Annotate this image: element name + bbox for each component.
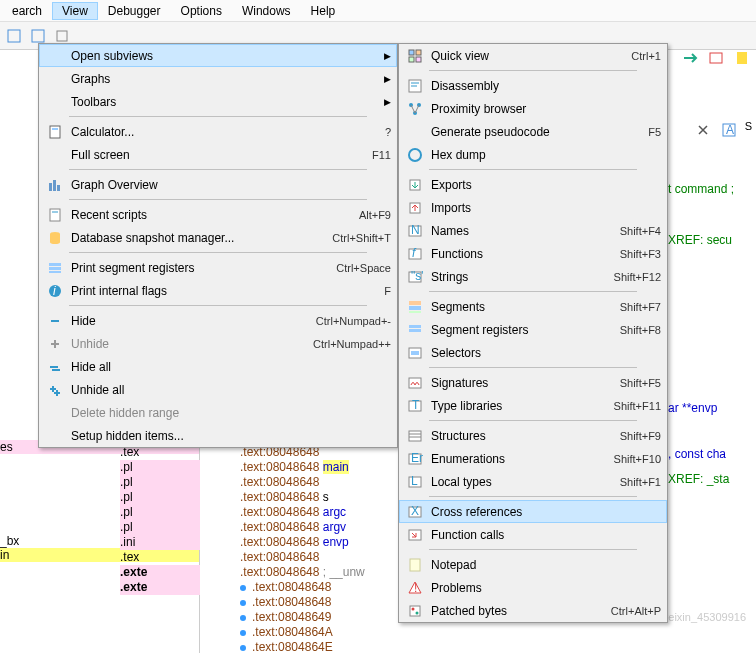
menu-item-names[interactable]: NNamesShift+F4 [399, 219, 667, 242]
sig-icon [405, 374, 425, 392]
svg-text:En: En [411, 451, 423, 465]
menu-item-type-libraries[interactable]: TType librariesShift+F11 [399, 394, 667, 417]
svg-rect-25 [54, 340, 56, 348]
menu-item-full-screen[interactable]: Full screenF11 [39, 143, 397, 166]
menu-item-unhide-all[interactable]: Unhide all [39, 378, 397, 401]
menu-item-label: Local types [431, 475, 610, 489]
menu-item-label: Full screen [71, 148, 362, 162]
menu-item-label: Quick view [431, 49, 621, 63]
svg-rect-3 [710, 53, 722, 63]
enum-icon: En [405, 450, 425, 468]
open-subviews-submenu: Quick viewCtrl+1DisassemblyProximity bro… [398, 43, 668, 623]
svg-rect-9 [52, 128, 58, 130]
menu-item-label: Selectors [431, 346, 661, 360]
svg-point-17 [50, 240, 60, 244]
menu-item-open-subviews[interactable]: Open subviews▶ [39, 44, 397, 67]
svg-rect-29 [52, 386, 54, 392]
menu-item-generate-pseudocode[interactable]: Generate pseudocodeF5 [399, 120, 667, 143]
menu-item-patched-bytes[interactable]: Patched bytesCtrl+Alt+P [399, 599, 667, 622]
menu-item-recent-scripts[interactable]: Recent scriptsAlt+F9 [39, 203, 397, 226]
svg-rect-0 [8, 30, 20, 42]
func-icon: f [405, 245, 425, 263]
menu-item-label: Notepad [431, 558, 661, 572]
menu-item-setup-hidden-items-[interactable]: Setup hidden items... [39, 424, 397, 447]
menu-item-structures[interactable]: StructuresShift+F9 [399, 424, 667, 447]
prob-icon: ! [405, 579, 425, 597]
menu-help[interactable]: Help [301, 2, 346, 20]
menu-item-graphs[interactable]: Graphs▶ [39, 67, 397, 90]
patch-icon [405, 602, 425, 620]
menu-item-strings[interactable]: "s"StringsShift+F12 [399, 265, 667, 288]
menu-item-label: Proximity browser [431, 102, 661, 116]
right-code-pane: t command ; XREF: secu ar **envp , const… [668, 100, 756, 488]
menu-item-label: Unhide all [71, 383, 391, 397]
eye-icon [405, 47, 425, 65]
menu-item-print-segment-registers[interactable]: Print segment registersCtrl+Space [39, 256, 397, 279]
svg-rect-1 [32, 30, 44, 42]
toolbar-right-icon[interactable] [680, 48, 700, 68]
menu-item-enumerations[interactable]: EnEnumerationsShift+F10 [399, 447, 667, 470]
menu-item-problems[interactable]: !Problems [399, 576, 667, 599]
svg-rect-11 [53, 180, 56, 191]
menu-item-disassembly[interactable]: Disassembly [399, 74, 667, 97]
menu-item-hex-dump[interactable]: Hex dump [399, 143, 667, 166]
minus-icon [45, 312, 65, 330]
menu-debugger[interactable]: Debugger [98, 2, 171, 20]
menu-item-cross-references[interactable]: XCross references [399, 500, 667, 523]
menu-item-selectors[interactable]: Selectors [399, 341, 667, 364]
toolbar-right-icon[interactable] [732, 48, 752, 68]
menu-item-label: Functions [431, 247, 610, 261]
submenu-arrow-icon: ▶ [381, 97, 391, 107]
toolbar-icon[interactable] [4, 26, 24, 46]
svg-text:N: N [411, 223, 420, 237]
svg-point-44 [409, 149, 421, 161]
submenu-arrow-icon: ▶ [381, 74, 391, 84]
menu-item-notepad[interactable]: Notepad [399, 553, 667, 576]
menu-item-toolbars[interactable]: Toolbars▶ [39, 90, 397, 113]
svg-point-77 [416, 611, 419, 614]
menu-shortcut: ? [385, 126, 391, 138]
menu-item-graph-overview[interactable]: Graph Overview [39, 173, 397, 196]
menu-shortcut: Shift+F4 [620, 225, 661, 237]
menu-shortcut: Ctrl+Alt+P [611, 605, 661, 617]
db-icon [45, 229, 65, 247]
disasm-icon [405, 77, 425, 95]
svg-rect-19 [49, 267, 61, 270]
svg-rect-34 [409, 57, 414, 62]
menu-item-exports[interactable]: Exports [399, 173, 667, 196]
menu-item-database-snapshot-manager-[interactable]: Database snapshot manager...Ctrl+Shift+T [39, 226, 397, 249]
menu-item-delete-hidden-range: Delete hidden range [39, 401, 397, 424]
menu-item-hide[interactable]: HideCtrl+Numpad+- [39, 309, 397, 332]
menu-item-quick-view[interactable]: Quick viewCtrl+1 [399, 44, 667, 67]
menu-options[interactable]: Options [171, 2, 232, 20]
menu-item-calculator-[interactable]: Calculator...? [39, 120, 397, 143]
svg-rect-4 [737, 52, 747, 64]
menu-item-label: Print segment registers [71, 261, 326, 275]
menu-item-print-internal-flags[interactable]: iPrint internal flagsF [39, 279, 397, 302]
menu-item-label: Segments [431, 300, 610, 314]
menu-item-local-types[interactable]: LLocal typesShift+F1 [399, 470, 667, 493]
toolbar-right-icon[interactable] [706, 48, 726, 68]
svg-rect-53 [409, 301, 421, 305]
menu-item-function-calls[interactable]: Function calls [399, 523, 667, 546]
menu-item-signatures[interactable]: SignaturesShift+F5 [399, 371, 667, 394]
menu-item-segments[interactable]: SegmentsShift+F7 [399, 295, 667, 318]
menu-item-label: Graphs [71, 72, 381, 86]
menu-view[interactable]: View [52, 2, 98, 20]
svg-rect-57 [409, 329, 421, 332]
menu-item-segment-registers[interactable]: Segment registersShift+F8 [399, 318, 667, 341]
menu-item-label: Disassembly [431, 79, 661, 93]
menu-windows[interactable]: Windows [232, 2, 301, 20]
svg-text:i: i [53, 284, 56, 298]
menu-item-hide-all[interactable]: Hide all [39, 355, 397, 378]
svg-rect-23 [51, 320, 59, 322]
menu-shortcut: Shift+F11 [614, 400, 661, 412]
menu-item-functions[interactable]: fFunctionsShift+F3 [399, 242, 667, 265]
sel-icon [405, 344, 425, 362]
graph-icon [45, 176, 65, 194]
menu-search[interactable]: earch [2, 2, 52, 20]
menu-item-label: Recent scripts [71, 208, 349, 222]
menu-item-proximity-browser[interactable]: Proximity browser [399, 97, 667, 120]
blank-icon [45, 404, 65, 422]
menu-item-imports[interactable]: Imports [399, 196, 667, 219]
